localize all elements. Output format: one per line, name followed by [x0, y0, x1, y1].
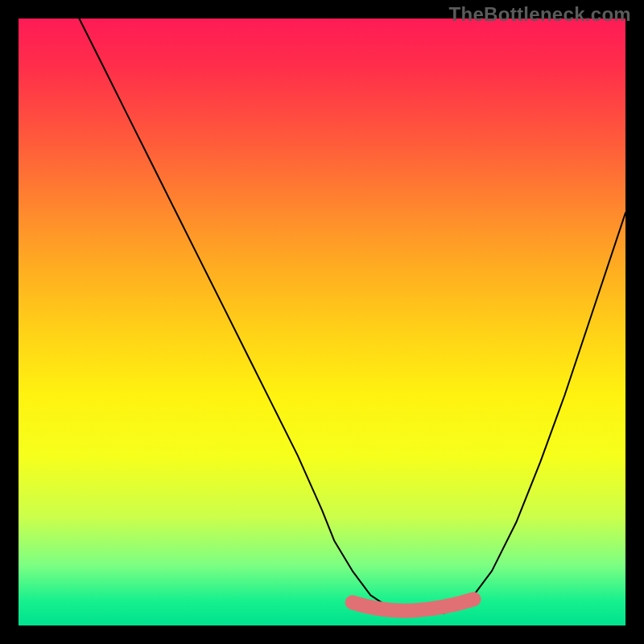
- watermark-text: TheBottleneck.com: [449, 3, 631, 26]
- chart-frame: TheBottleneck.com: [0, 0, 644, 644]
- curve-path: [79, 19, 625, 613]
- highlight-path: [353, 599, 474, 610]
- plot-area: [19, 19, 625, 625]
- chart-svg: [19, 19, 625, 625]
